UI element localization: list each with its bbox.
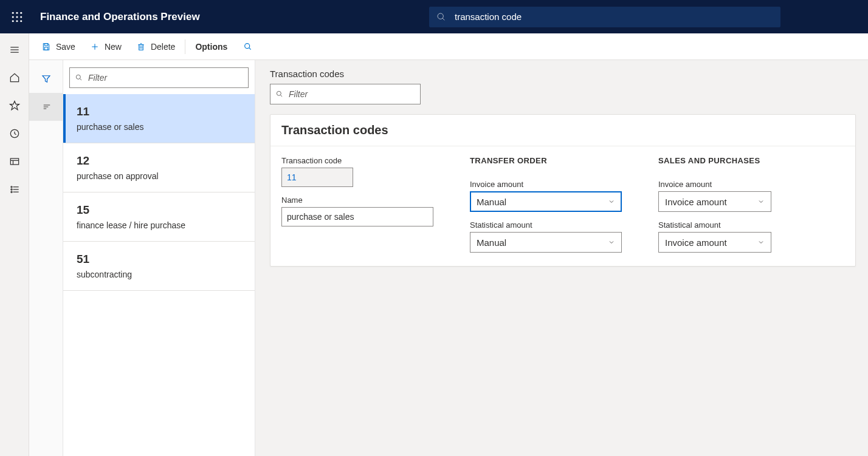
- svg-point-3: [12, 16, 14, 18]
- detail-card: Transaction codes Transaction code Name: [270, 114, 856, 267]
- options-button[interactable]: Options: [188, 33, 235, 60]
- trash-icon: [136, 42, 146, 52]
- sales-statistical-select[interactable]: Invoice amount: [658, 232, 771, 253]
- svg-point-25: [10, 191, 12, 192]
- new-label: New: [105, 42, 122, 52]
- nav-rail: [0, 33, 29, 456]
- transfer-order-column: TRANSFER ORDER Invoice amount Manual: [470, 156, 622, 253]
- transfer-invoice-select[interactable]: Manual: [470, 191, 622, 212]
- name-field[interactable]: [281, 207, 433, 226]
- save-button[interactable]: Save: [34, 33, 83, 60]
- svg-line-17: [15, 134, 16, 135]
- svg-rect-28: [44, 47, 47, 50]
- svg-point-7: [16, 20, 18, 22]
- name-label: Name: [281, 196, 433, 205]
- general-column: Transaction code Name: [281, 156, 433, 253]
- sales-purchases-column: SALES AND PURCHASES Invoice amount Invoi…: [658, 156, 771, 253]
- transaction-code-field[interactable]: [281, 168, 353, 187]
- global-header: Finance and Operations Preview: [0, 0, 868, 33]
- svg-line-45: [280, 95, 282, 97]
- record-list: 11 purchase or sales 12 purchase on appr…: [63, 94, 255, 456]
- detail-panel: Transaction codes Transaction codes: [255, 60, 868, 456]
- list-item[interactable]: 15 finance lease / hire purchase: [63, 192, 255, 242]
- svg-point-9: [438, 13, 443, 19]
- svg-line-43: [80, 78, 81, 80]
- list-filter-rail: [29, 60, 63, 456]
- chevron-down-icon: [608, 198, 615, 205]
- svg-point-8: [20, 20, 22, 22]
- svg-point-21: [10, 186, 12, 188]
- svg-point-2: [20, 12, 22, 13]
- svg-point-0: [12, 12, 14, 13]
- svg-point-36: [245, 43, 250, 48]
- transaction-code-label: Transaction code: [281, 156, 433, 165]
- action-bar: Save New Delete Options: [29, 33, 868, 60]
- sales-statistical-label: Statistical amount: [658, 220, 771, 230]
- delete-label: Delete: [151, 42, 175, 52]
- list-item-code: 12: [77, 154, 245, 168]
- detail-filter-input[interactable]: [270, 84, 421, 104]
- sales-invoice-label: Invoice amount: [658, 180, 771, 189]
- plus-icon: [90, 42, 100, 52]
- transfer-statistical-select[interactable]: Manual: [470, 232, 622, 253]
- nav-home-icon[interactable]: [0, 64, 29, 92]
- svg-point-4: [16, 16, 18, 18]
- list-item-code: 11: [77, 105, 245, 118]
- list-item-desc: purchase on approval: [77, 171, 245, 181]
- svg-point-23: [10, 189, 12, 190]
- nav-recent-icon[interactable]: [0, 120, 29, 148]
- sales-invoice-select[interactable]: Invoice amount: [658, 191, 771, 212]
- svg-line-37: [249, 47, 251, 49]
- list-item-desc: purchase or sales: [77, 122, 245, 132]
- chevron-down-icon: [608, 239, 615, 246]
- sales-invoice-value: Invoice amount: [665, 197, 727, 207]
- global-search-input[interactable]: [455, 12, 773, 22]
- list-item-code: 15: [77, 203, 245, 217]
- chevron-down-icon: [757, 239, 765, 246]
- sales-statistical-value: Invoice amount: [665, 237, 727, 248]
- svg-point-1: [16, 12, 18, 13]
- record-list-panel: 11 purchase or sales 12 purchase on appr…: [63, 60, 255, 456]
- options-label: Options: [195, 42, 227, 52]
- transfer-statistical-value: Manual: [477, 237, 506, 248]
- action-divider: [185, 39, 185, 54]
- filter-list-icon[interactable]: [29, 93, 63, 121]
- search-icon: [243, 42, 253, 52]
- save-label: Save: [56, 42, 75, 52]
- list-item[interactable]: 51 subcontracting: [63, 242, 255, 291]
- app-launcher-icon[interactable]: [2, 0, 32, 33]
- app-title: Finance and Operations Preview: [40, 11, 200, 23]
- list-filter-field[interactable]: [88, 73, 243, 83]
- list-item[interactable]: 12 purchase on approval: [63, 143, 255, 192]
- search-icon: [436, 12, 446, 22]
- transfer-invoice-label: Invoice amount: [470, 180, 622, 189]
- new-button[interactable]: New: [83, 33, 129, 60]
- nav-star-icon[interactable]: [0, 92, 29, 120]
- search-icon: [275, 90, 284, 98]
- sales-purchases-heading: SALES AND PURCHASES: [658, 156, 771, 165]
- page-title: Transaction codes: [270, 69, 856, 79]
- list-item[interactable]: 11 purchase or sales: [63, 94, 255, 143]
- list-item-desc: subcontracting: [77, 270, 245, 279]
- nav-workspaces-icon[interactable]: [0, 148, 29, 175]
- nav-hamburger-icon[interactable]: [0, 36, 29, 64]
- action-search-icon[interactable]: [235, 33, 261, 60]
- transfer-order-heading: TRANSFER ORDER: [470, 156, 622, 165]
- svg-point-44: [277, 91, 281, 95]
- list-item-code: 51: [77, 253, 245, 266]
- list-item-desc: finance lease / hire purchase: [77, 220, 245, 230]
- filter-funnel-icon[interactable]: [29, 65, 63, 93]
- svg-rect-27: [44, 43, 47, 45]
- svg-point-42: [76, 75, 80, 79]
- svg-point-6: [12, 20, 14, 22]
- search-icon: [75, 73, 83, 82]
- nav-modules-icon[interactable]: [0, 175, 29, 203]
- transfer-invoice-value: Manual: [477, 197, 506, 207]
- global-search[interactable]: [429, 7, 780, 27]
- delete-button[interactable]: Delete: [129, 33, 182, 60]
- chevron-down-icon: [757, 198, 765, 205]
- detail-filter-field[interactable]: [289, 89, 415, 99]
- svg-rect-18: [10, 158, 18, 165]
- list-filter-input[interactable]: [69, 67, 249, 88]
- svg-line-10: [443, 18, 444, 20]
